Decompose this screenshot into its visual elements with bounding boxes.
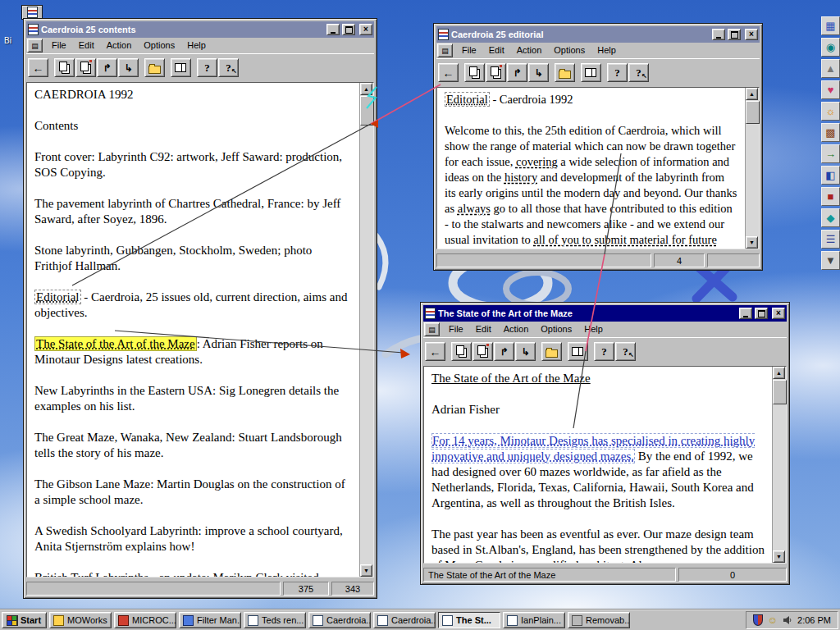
- task-button-removable[interactable]: Removab...: [568, 612, 630, 628]
- scrollbar-thumb[interactable]: [773, 380, 787, 404]
- toolbar-link-down-button[interactable]: ↳: [515, 342, 536, 361]
- menu-help[interactable]: Help: [181, 39, 212, 52]
- toolbar-copy-button[interactable]: [54, 58, 75, 77]
- menu-edit[interactable]: Edit: [470, 322, 497, 336]
- scroll-up-button[interactable]: ▲: [360, 83, 372, 95]
- menu-action[interactable]: Action: [101, 39, 138, 52]
- toolbar-copy-plus-button[interactable]: [472, 342, 493, 361]
- menu-help[interactable]: Help: [578, 322, 609, 336]
- menu-edit[interactable]: Edit: [483, 43, 510, 57]
- toolbar-copy-plus-button[interactable]: [75, 58, 96, 77]
- scroll-down-button[interactable]: ▼: [773, 550, 785, 563]
- toolbar-back-button[interactable]: ←: [425, 342, 445, 361]
- dock-weave-icon[interactable]: ▩: [821, 123, 840, 142]
- minimize-button[interactable]: [712, 29, 725, 40]
- task-button-caerdroia-2[interactable]: Caerdroia...: [373, 612, 436, 628]
- scroll-down-button[interactable]: ▼: [746, 236, 758, 249]
- vertical-scrollbar[interactable]: ▲ ▼: [772, 367, 786, 563]
- menu-file[interactable]: File: [443, 322, 469, 336]
- toolbar-open-button[interactable]: [144, 58, 165, 77]
- menu-file[interactable]: File: [46, 39, 72, 52]
- task-button-microcosm[interactable]: MICROC...: [114, 612, 176, 628]
- close-button[interactable]: ×: [359, 24, 372, 35]
- history-link[interactable]: history: [504, 171, 537, 184]
- dock-split-square-icon[interactable]: ◧: [821, 166, 840, 185]
- menu-help[interactable]: Help: [591, 43, 622, 57]
- dock-red-square-icon[interactable]: ■: [821, 187, 840, 206]
- state-of-art-link[interactable]: The State of the Art of the Maze: [34, 336, 197, 351]
- toolbar-help-button[interactable]: ?: [594, 342, 614, 361]
- document-map-icon[interactable]: ▤: [424, 322, 440, 336]
- document-map-icon[interactable]: ▤: [437, 43, 453, 57]
- scrollbar-thumb[interactable]: [360, 96, 374, 126]
- task-button-teds[interactable]: Teds ren...: [244, 612, 306, 628]
- speaker-icon[interactable]: [783, 615, 792, 625]
- scrollbar-thumb[interactable]: [746, 101, 760, 124]
- toolbar-duplicate-button[interactable]: [568, 342, 588, 361]
- toolbar-link-up-button[interactable]: ↱: [507, 63, 527, 82]
- dock-grid-icon[interactable]: ▦: [821, 16, 840, 35]
- toolbar-link-up-button[interactable]: ↱: [494, 342, 514, 361]
- menu-edit[interactable]: Edit: [73, 39, 100, 52]
- titlebar[interactable]: Caerdroia 25 contents ×: [26, 21, 374, 38]
- toolbar-duplicate-button[interactable]: [581, 63, 601, 82]
- vertical-scrollbar[interactable]: ▲ ▼: [745, 88, 759, 249]
- tray-user-icon[interactable]: ☺: [768, 615, 778, 625]
- dock-peak-icon[interactable]: ▲: [821, 59, 840, 78]
- toolbar-context-help-button[interactable]: ?↖: [628, 63, 649, 82]
- titlebar[interactable]: The State of the Art of the Maze ×: [423, 305, 787, 322]
- window-system-icon[interactable]: [438, 29, 449, 40]
- state-heading-link[interactable]: The State of the Art of the Maze: [431, 372, 591, 385]
- toolbar-link-up-button[interactable]: ↱: [97, 58, 117, 77]
- editorial-link[interactable]: Editorial: [34, 290, 81, 304]
- toolbar-copy-plus-button[interactable]: [486, 63, 506, 82]
- window-system-icon[interactable]: [28, 24, 39, 35]
- document-area[interactable]: CAERDROIA 1992 Contents Front cover: Lab…: [27, 83, 359, 577]
- toolbar-back-button[interactable]: ←: [438, 63, 459, 82]
- close-button[interactable]: ×: [772, 308, 785, 319]
- dock-heart-icon[interactable]: ♥: [821, 80, 840, 99]
- toolbar-context-help-button[interactable]: ?↖: [218, 58, 239, 77]
- start-button[interactable]: Start: [2, 612, 47, 628]
- toolbar-help-button[interactable]: ?: [197, 58, 217, 77]
- minimize-button[interactable]: [326, 24, 340, 35]
- toolbar-link-down-button[interactable]: ↳: [528, 63, 549, 82]
- document-area[interactable]: The State of the Art of the Maze Adrian …: [424, 367, 772, 563]
- vertical-scrollbar[interactable]: ▲ ▼: [359, 83, 373, 577]
- maximize-button[interactable]: [755, 308, 768, 319]
- toolbar-copy-button[interactable]: [451, 342, 472, 361]
- close-button[interactable]: ×: [745, 29, 758, 40]
- task-button-filter-manager[interactable]: Filter Man...: [179, 612, 241, 628]
- menu-options[interactable]: Options: [535, 322, 578, 336]
- task-button-state-of-art[interactable]: The St...: [438, 612, 500, 628]
- toolbar-duplicate-button[interactable]: [171, 58, 191, 77]
- menu-options[interactable]: Options: [138, 39, 180, 52]
- editorial-link[interactable]: Editorial: [445, 92, 490, 107]
- dock-diamond-icon[interactable]: ◆: [821, 208, 840, 227]
- toolbar-open-button[interactable]: [555, 63, 575, 82]
- toolbar-copy-button[interactable]: [464, 63, 485, 82]
- dock-menu-lines-icon[interactable]: ☰: [821, 230, 840, 249]
- task-button-caerdroia-1[interactable]: Caerdroia...: [308, 612, 371, 628]
- document-map-icon[interactable]: ▤: [27, 39, 43, 52]
- scroll-down-button[interactable]: ▼: [360, 564, 372, 577]
- toolbar-open-button[interactable]: [541, 342, 562, 361]
- dock-sun-icon[interactable]: ☼: [821, 102, 840, 121]
- menu-options[interactable]: Options: [548, 43, 591, 57]
- menu-action[interactable]: Action: [511, 43, 548, 57]
- toolbar-link-down-button[interactable]: ↳: [118, 58, 139, 77]
- menu-action[interactable]: Action: [498, 322, 535, 336]
- menu-file[interactable]: File: [456, 43, 482, 57]
- toolbar-context-help-button[interactable]: ?↖: [615, 342, 636, 361]
- dock-down-triangle-icon[interactable]: ▼: [821, 251, 840, 270]
- dock-target-icon[interactable]: ◉: [821, 38, 840, 57]
- task-button-ianplain[interactable]: IanPlain...: [503, 612, 565, 628]
- always-link[interactable]: always: [458, 202, 491, 215]
- covering-link[interactable]: covering: [516, 155, 558, 168]
- minimize-button[interactable]: [739, 308, 752, 319]
- titlebar[interactable]: Caerdroia 25 editorial ×: [436, 26, 760, 43]
- scroll-up-button[interactable]: ▲: [773, 367, 785, 379]
- maximize-button[interactable]: [342, 24, 355, 35]
- document-area[interactable]: Editorial - Caerdroia 1992 Welcome to th…: [437, 88, 745, 249]
- window-system-icon[interactable]: [425, 308, 436, 319]
